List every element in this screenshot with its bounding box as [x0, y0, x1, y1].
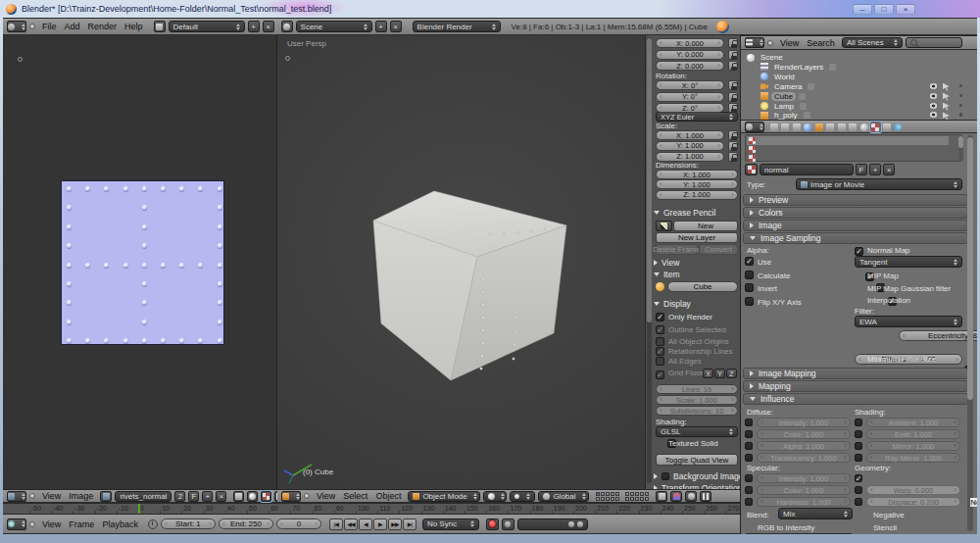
grid-axis-x-button[interactable]: X: [703, 369, 713, 378]
end-frame-field[interactable]: End: 250: [219, 518, 273, 529]
shading-checkbox[interactable]: [855, 442, 862, 450]
outliner-row-scene[interactable]: Scene: [747, 53, 786, 62]
texture-type-dropdown[interactable]: Image or Movie: [796, 178, 962, 190]
geometry-slider[interactable]: Warp: 0.000: [866, 485, 960, 495]
outliner-scope-dropdown[interactable]: All Scenes: [842, 37, 903, 48]
lock-icon[interactable]: [728, 152, 738, 162]
orientation-dropdown[interactable]: Global: [538, 491, 589, 502]
specular-slider[interactable]: Intensity: 1.000: [757, 473, 851, 483]
properties-scrollbar[interactable]: [967, 135, 973, 531]
add-scene-button[interactable]: +: [375, 21, 387, 32]
location-y[interactable]: Y: 0.000: [656, 50, 724, 60]
scene-browse-button[interactable]: [281, 21, 293, 32]
paint-mode-icon[interactable]: [261, 491, 271, 502]
grid-axis-y-button[interactable]: Y: [714, 369, 725, 378]
rotation-z[interactable]: Z: 0°: [656, 103, 724, 113]
specular-slider[interactable]: Color: 1.000: [757, 485, 851, 495]
lock-icon[interactable]: [728, 103, 738, 113]
eccentricity-field[interactable]: Eccentricity: 8: [899, 330, 977, 341]
restrict-eye-icon[interactable]: [929, 93, 938, 99]
layer-cell[interactable]: [645, 497, 649, 501]
menu-image[interactable]: Image: [65, 491, 97, 501]
specular-checkbox[interactable]: [745, 498, 753, 506]
display-checkbox[interactable]: [656, 347, 664, 356]
image-mapping-section[interactable]: Image Mapping: [743, 368, 968, 379]
menu-select[interactable]: Select: [339, 491, 371, 501]
display-field[interactable]: Scale: 1.000: [656, 395, 738, 405]
grease-pencil-new-button[interactable]: New: [673, 221, 738, 231]
blend-color-swatch[interactable]: [745, 533, 853, 534]
diffuse-checkbox[interactable]: [745, 430, 753, 438]
sampling-checkbox-flip-x-y-axis[interactable]: [745, 297, 754, 306]
uv-image-editor[interactable]: [3, 35, 277, 489]
texture-name-field[interactable]: normal: [760, 164, 854, 175]
geometry-checkbox[interactable]: [855, 486, 862, 494]
restrict-eye-icon[interactable]: [929, 103, 938, 109]
menu-help[interactable]: Help: [121, 22, 147, 31]
screen-layout-field[interactable]: Default: [169, 21, 245, 32]
grid-floor-checkbox[interactable]: [656, 370, 664, 379]
restrict-cursor-icon[interactable]: [943, 103, 950, 111]
grease-pencil-section[interactable]: Grease Pencil: [654, 208, 715, 218]
lock-icon[interactable]: [728, 80, 738, 90]
dimension-x[interactable]: X: 1.000: [656, 170, 738, 179]
location-z[interactable]: Z: 0.000: [656, 61, 724, 71]
play-button[interactable]: ▶: [373, 518, 387, 530]
dimension-y[interactable]: Y: 1.000: [656, 179, 738, 189]
layer-cell[interactable]: [606, 497, 610, 501]
editor-type-button[interactable]: [7, 518, 26, 530]
scale-y[interactable]: Y: 1.000: [656, 141, 724, 151]
menu-frame[interactable]: Frame: [65, 519, 98, 529]
record-button[interactable]: [486, 518, 499, 530]
layer-cell[interactable]: [601, 497, 605, 501]
shading-checkbox[interactable]: [855, 454, 862, 462]
n-panel-scrollbar[interactable]: [647, 37, 652, 483]
specular-checkbox[interactable]: [745, 474, 753, 482]
background-images-checkbox[interactable]: [662, 472, 669, 480]
tab-world[interactable]: [803, 122, 813, 132]
header-options-dot[interactable]: [29, 24, 35, 29]
normal-map-checkbox[interactable]: [855, 247, 863, 256]
shading-slider[interactable]: Emit: 1.000: [866, 429, 960, 439]
render-opengl-icon[interactable]: [685, 491, 697, 502]
timeline-ruler[interactable]: -50-40-30-20-100102030405060708090100110…: [3, 503, 740, 514]
layer-cell[interactable]: [615, 497, 619, 501]
delete-scene-button[interactable]: ×: [390, 21, 402, 32]
grease-pencil-draw-icon[interactable]: [656, 221, 672, 231]
pivot-dropdown[interactable]: [510, 491, 535, 502]
render-anim-icon[interactable]: [700, 491, 711, 502]
fake-user-button[interactable]: F: [856, 164, 867, 175]
layer-cell[interactable]: [635, 497, 639, 501]
item-name-field[interactable]: Cube: [667, 281, 738, 292]
layer-cell[interactable]: [625, 492, 629, 496]
header-options-dot[interactable]: [304, 493, 310, 499]
image-sampling-section[interactable]: Image Sampling: [743, 232, 968, 244]
layer-cell[interactable]: [635, 492, 639, 496]
header-options-dot[interactable]: [29, 493, 35, 499]
menu-view[interactable]: View: [776, 38, 803, 48]
image-section[interactable]: Image: [743, 220, 968, 231]
diffuse-checkbox[interactable]: [745, 454, 753, 462]
image-name-field[interactable]: rivets_normal: [115, 491, 172, 502]
shading-checkbox[interactable]: [855, 430, 862, 438]
delete-frame-button[interactable]: Delete Frame: [656, 244, 698, 255]
scale-x[interactable]: X: 1.000: [656, 130, 724, 140]
shading-slider[interactable]: Mirror: 1.000: [866, 441, 960, 451]
close-button[interactable]: ×: [896, 4, 915, 15]
minimize-button[interactable]: –: [853, 4, 872, 15]
restrict-eye-icon[interactable]: [929, 83, 938, 89]
start-frame-field[interactable]: Start: 1: [161, 518, 216, 529]
texture-slot-list[interactable]: [745, 134, 962, 162]
layer-cell[interactable]: [606, 492, 610, 496]
geometry-checkbox[interactable]: [855, 474, 862, 482]
display-field[interactable]: Lines: 16: [656, 384, 738, 394]
menu-render[interactable]: Render: [84, 22, 122, 31]
diffuse-slider[interactable]: Translucency: 1.000: [757, 453, 851, 463]
layer-cell[interactable]: [625, 497, 629, 501]
texture-slot-row[interactable]: [747, 136, 949, 145]
outliner-row-cube[interactable]: Cube: [760, 92, 806, 101]
item-section[interactable]: Item: [654, 270, 680, 279]
sampling-checkbox-invert[interactable]: [745, 283, 754, 292]
rotation-y[interactable]: Y: 0°: [656, 92, 724, 102]
unlink-texture-button[interactable]: ×: [883, 164, 895, 175]
